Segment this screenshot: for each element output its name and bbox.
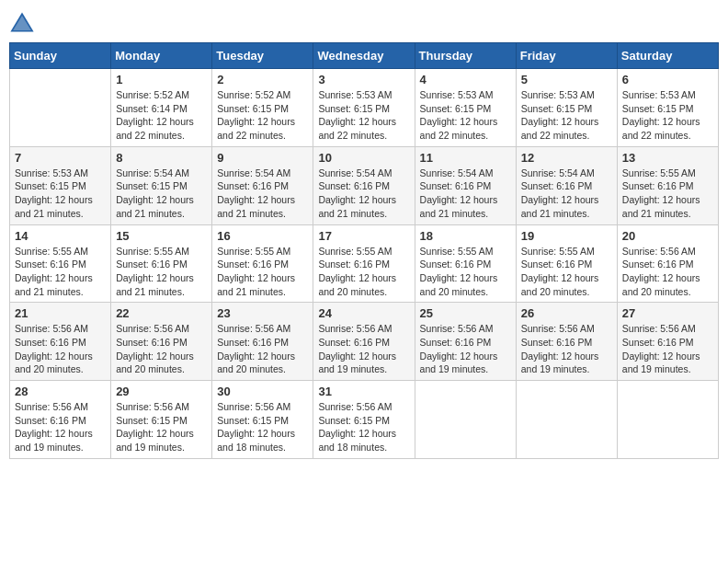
day-number: 29 [116,385,207,398]
calendar-cell: 11Sunrise: 5:54 AM Sunset: 6:16 PM Dayli… [415,146,516,224]
calendar-week-row: 14Sunrise: 5:55 AM Sunset: 6:16 PM Dayli… [10,224,719,303]
calendar-cell [516,381,617,459]
day-info: Sunrise: 5:56 AM Sunset: 6:16 PM Dayligh… [318,322,409,376]
day-number: 7 [15,151,106,165]
day-of-week-header: Thursday [415,43,516,69]
calendar-cell: 22Sunrise: 5:56 AM Sunset: 6:16 PM Dayli… [111,303,212,381]
day-of-week-header: Monday [111,43,212,69]
calendar-cell: 6Sunrise: 5:53 AM Sunset: 6:15 PM Daylig… [617,69,718,147]
day-number: 20 [622,229,713,243]
calendar-cell: 19Sunrise: 5:55 AM Sunset: 6:16 PM Dayli… [516,224,617,303]
page-header [9,9,719,35]
day-info: Sunrise: 5:54 AM Sunset: 6:15 PM Dayligh… [116,167,207,221]
logo-icon [9,9,35,35]
calendar-cell: 31Sunrise: 5:56 AM Sunset: 6:15 PM Dayli… [313,381,415,459]
day-number: 17 [318,229,409,243]
calendar-cell [10,69,111,147]
calendar-cell: 9Sunrise: 5:54 AM Sunset: 6:16 PM Daylig… [212,146,313,224]
day-info: Sunrise: 5:54 AM Sunset: 6:16 PM Dayligh… [217,167,308,221]
day-info: Sunrise: 5:55 AM Sunset: 6:16 PM Dayligh… [217,245,308,299]
day-info: Sunrise: 5:55 AM Sunset: 6:16 PM Dayligh… [622,167,713,221]
calendar-cell: 15Sunrise: 5:55 AM Sunset: 6:16 PM Dayli… [111,224,212,303]
day-number: 30 [217,385,308,398]
day-of-week-header: Tuesday [212,43,313,69]
calendar-cell: 29Sunrise: 5:56 AM Sunset: 6:15 PM Dayli… [111,381,212,459]
day-info: Sunrise: 5:56 AM Sunset: 6:16 PM Dayligh… [15,322,106,376]
day-number: 28 [15,385,106,398]
day-info: Sunrise: 5:56 AM Sunset: 6:15 PM Dayligh… [217,400,308,454]
day-number: 22 [116,306,207,320]
calendar-week-row: 28Sunrise: 5:56 AM Sunset: 6:16 PM Dayli… [10,381,719,459]
day-number: 27 [622,306,713,320]
calendar-cell: 16Sunrise: 5:55 AM Sunset: 6:16 PM Dayli… [212,224,313,303]
day-number: 26 [521,306,612,320]
calendar-cell: 13Sunrise: 5:55 AM Sunset: 6:16 PM Dayli… [617,146,718,224]
day-number: 4 [420,73,511,86]
calendar-cell: 12Sunrise: 5:54 AM Sunset: 6:16 PM Dayli… [516,146,617,224]
day-info: Sunrise: 5:56 AM Sunset: 6:16 PM Dayligh… [420,322,511,376]
calendar-cell: 10Sunrise: 5:54 AM Sunset: 6:16 PM Dayli… [313,146,415,224]
day-number: 14 [15,229,106,243]
calendar-header: SundayMondayTuesdayWednesdayThursdayFrid… [10,43,719,69]
day-number: 6 [622,73,713,86]
calendar-cell [415,381,516,459]
calendar-cell: 2Sunrise: 5:52 AM Sunset: 6:15 PM Daylig… [212,69,313,147]
calendar-cell: 30Sunrise: 5:56 AM Sunset: 6:15 PM Dayli… [212,381,313,459]
day-info: Sunrise: 5:56 AM Sunset: 6:16 PM Dayligh… [217,322,308,376]
calendar-cell: 26Sunrise: 5:56 AM Sunset: 6:16 PM Dayli… [516,303,617,381]
day-number: 5 [521,73,612,86]
day-info: Sunrise: 5:53 AM Sunset: 6:15 PM Dayligh… [15,167,106,221]
day-number: 2 [217,73,308,86]
day-number: 18 [420,229,511,243]
day-info: Sunrise: 5:55 AM Sunset: 6:16 PM Dayligh… [521,245,612,299]
day-info: Sunrise: 5:54 AM Sunset: 6:16 PM Dayligh… [318,167,409,221]
day-info: Sunrise: 5:54 AM Sunset: 6:16 PM Dayligh… [521,167,612,221]
calendar-week-row: 21Sunrise: 5:56 AM Sunset: 6:16 PM Dayli… [10,303,719,381]
day-number: 8 [116,151,207,165]
days-of-week-row: SundayMondayTuesdayWednesdayThursdayFrid… [10,43,719,69]
calendar-cell: 3Sunrise: 5:53 AM Sunset: 6:15 PM Daylig… [313,69,415,147]
day-info: Sunrise: 5:56 AM Sunset: 6:16 PM Dayligh… [116,322,207,376]
calendar-cell: 25Sunrise: 5:56 AM Sunset: 6:16 PM Dayli… [415,303,516,381]
day-info: Sunrise: 5:53 AM Sunset: 6:15 PM Dayligh… [622,88,713,143]
day-number: 31 [318,385,409,398]
calendar-cell: 23Sunrise: 5:56 AM Sunset: 6:16 PM Dayli… [212,303,313,381]
day-number: 25 [420,306,511,320]
day-number: 13 [622,151,713,165]
calendar-cell: 27Sunrise: 5:56 AM Sunset: 6:16 PM Dayli… [617,303,718,381]
day-info: Sunrise: 5:56 AM Sunset: 6:16 PM Dayligh… [622,322,713,376]
calendar-cell: 14Sunrise: 5:55 AM Sunset: 6:16 PM Dayli… [10,224,111,303]
day-info: Sunrise: 5:52 AM Sunset: 6:15 PM Dayligh… [217,88,308,143]
day-number: 10 [318,151,409,165]
day-number: 11 [420,151,511,165]
day-number: 24 [318,306,409,320]
day-of-week-header: Saturday [617,43,718,69]
calendar-cell: 24Sunrise: 5:56 AM Sunset: 6:16 PM Dayli… [313,303,415,381]
calendar-cell: 7Sunrise: 5:53 AM Sunset: 6:15 PM Daylig… [10,146,111,224]
day-info: Sunrise: 5:56 AM Sunset: 6:16 PM Dayligh… [521,322,612,376]
day-number: 1 [116,73,207,86]
day-of-week-header: Wednesday [313,43,415,69]
day-info: Sunrise: 5:55 AM Sunset: 6:16 PM Dayligh… [318,245,409,299]
day-number: 15 [116,229,207,243]
day-number: 23 [217,306,308,320]
day-info: Sunrise: 5:55 AM Sunset: 6:16 PM Dayligh… [15,245,106,299]
logo [9,9,39,35]
calendar-body: 1Sunrise: 5:52 AM Sunset: 6:14 PM Daylig… [10,69,719,459]
day-info: Sunrise: 5:56 AM Sunset: 6:16 PM Dayligh… [15,400,106,454]
day-info: Sunrise: 5:56 AM Sunset: 6:15 PM Dayligh… [318,400,409,454]
calendar-cell: 17Sunrise: 5:55 AM Sunset: 6:16 PM Dayli… [313,224,415,303]
day-number: 21 [15,306,106,320]
day-info: Sunrise: 5:55 AM Sunset: 6:16 PM Dayligh… [420,245,511,299]
day-number: 16 [217,229,308,243]
day-of-week-header: Friday [516,43,617,69]
calendar-cell [617,381,718,459]
calendar-cell: 18Sunrise: 5:55 AM Sunset: 6:16 PM Dayli… [415,224,516,303]
day-info: Sunrise: 5:56 AM Sunset: 6:16 PM Dayligh… [622,245,713,299]
calendar-cell: 1Sunrise: 5:52 AM Sunset: 6:14 PM Daylig… [111,69,212,147]
day-info: Sunrise: 5:56 AM Sunset: 6:15 PM Dayligh… [116,400,207,454]
day-number: 3 [318,73,409,86]
day-info: Sunrise: 5:55 AM Sunset: 6:16 PM Dayligh… [116,245,207,299]
calendar-cell: 5Sunrise: 5:53 AM Sunset: 6:15 PM Daylig… [516,69,617,147]
calendar-week-row: 7Sunrise: 5:53 AM Sunset: 6:15 PM Daylig… [10,146,719,224]
